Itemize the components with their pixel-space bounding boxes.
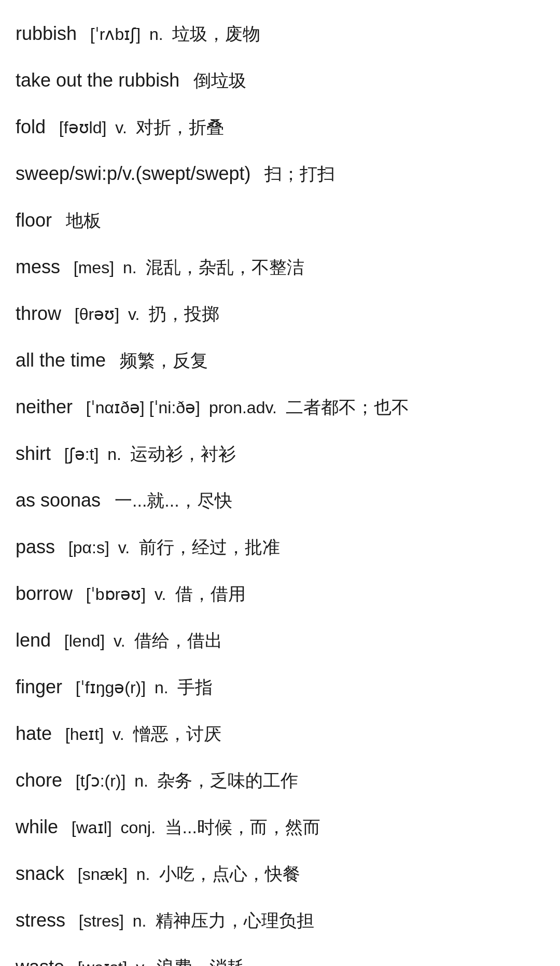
vocab-meaning: 当...时候，而，然而	[160, 814, 320, 841]
vocab-word: mess	[16, 253, 60, 281]
vocab-meaning: 频繁，反复	[110, 347, 208, 374]
vocab-item-take-out-the-rubbish: take out the rubbish 倒垃圾	[16, 57, 544, 104]
vocab-phonetic: [θrəʊ]	[65, 302, 119, 327]
vocabulary-list: rubbish [ˈrʌbɪʃ] n. 垃圾，废物take out the ru…	[16, 10, 544, 966]
vocab-pos: v.	[110, 115, 127, 140]
vocab-item-fold: fold [fəʊld] v. 对折，折叠	[16, 104, 544, 150]
vocab-word: sweep/swi:p/v.(swept/swept)	[16, 160, 250, 188]
vocab-word: all the time	[16, 346, 106, 374]
vocab-meaning: 二者都不；也不	[281, 394, 409, 421]
vocab-pos: n.	[145, 22, 163, 47]
vocab-item-floor: floor 地板	[16, 197, 544, 244]
vocab-word: while	[16, 813, 58, 841]
vocab-word: take out the rubbish	[16, 66, 179, 94]
vocab-pos: n.	[132, 862, 150, 887]
vocab-word: waste	[16, 953, 64, 966]
vocab-word: floor	[16, 206, 52, 234]
vocab-meaning: 手指	[173, 674, 213, 701]
vocab-word: shirt	[16, 440, 51, 468]
vocab-meaning: 借给，借出	[130, 627, 222, 654]
vocab-item-snack: snack [snæk] n. 小吃，点心，快餐	[16, 850, 544, 897]
vocab-pos: n.	[118, 255, 137, 280]
vocab-meaning: 倒垃圾	[184, 67, 246, 94]
vocab-pos: n.	[103, 442, 121, 467]
vocab-word: finger	[16, 673, 62, 701]
vocab-meaning: 一...就...，尽快	[105, 487, 232, 514]
vocab-word: stress	[16, 906, 65, 934]
vocab-meaning: 前行，经过，批准	[134, 534, 279, 561]
vocab-word: pass	[16, 533, 55, 561]
vocab-pos: v.	[109, 628, 125, 653]
vocab-phonetic: [pα:s]	[59, 535, 109, 560]
vocab-word: fold	[16, 113, 46, 141]
vocab-word: chore	[16, 766, 62, 794]
vocab-item-throw: throw [θrəʊ] v. 扔，投掷	[16, 290, 544, 337]
vocab-pos: n.	[128, 908, 147, 933]
vocab-item-borrow: borrow [ˈbɒrəʊ] v. 借，借用	[16, 570, 544, 617]
vocab-phonetic: [heɪt]	[56, 722, 104, 747]
vocab-word: throw	[16, 300, 61, 328]
vocab-meaning: 运动衫，衬衫	[125, 441, 236, 467]
vocab-phonetic: [tʃɔ:(r)]	[66, 768, 125, 793]
vocab-word: lend	[16, 626, 51, 654]
vocab-word: hate	[16, 720, 52, 748]
vocab-pos: pron.adv.	[204, 395, 277, 420]
vocab-pos: v.	[123, 302, 139, 327]
vocab-word: neither	[16, 393, 73, 421]
vocab-meaning: 扫；打扫	[255, 161, 335, 187]
vocab-pos: v.	[150, 582, 166, 607]
vocab-meaning: 精神压力，心理负担	[151, 907, 314, 934]
vocab-item-chore: chore [tʃɔ:(r)] n. 杂务，乏味的工作	[16, 757, 544, 804]
vocab-item-as-soon-as: as soonas 一...就...，尽快	[16, 477, 544, 524]
vocab-word: borrow	[16, 580, 73, 608]
vocab-phonetic: [stres]	[69, 908, 124, 933]
vocab-phonetic: [waɪl]	[62, 815, 112, 840]
vocab-phonetic: [weɪst]	[68, 955, 127, 966]
vocab-pos: n.	[150, 675, 169, 700]
vocab-phonetic: [ˈbɒrəʊ]	[77, 582, 146, 607]
vocab-item-rubbish: rubbish [ˈrʌbɪʃ] n. 垃圾，废物	[16, 10, 544, 57]
vocab-item-finger: finger [ˈfɪŋgə(r)] n. 手指	[16, 664, 544, 710]
vocab-item-hate: hate [heɪt] v. 憎恶，讨厌	[16, 710, 544, 757]
vocab-meaning: 浪费，消耗	[152, 954, 245, 966]
vocab-pos: v.	[114, 535, 130, 560]
vocab-item-waste: waste [weɪst] v. 浪费，消耗	[16, 944, 544, 966]
vocab-phonetic: [snæk]	[68, 862, 128, 887]
vocab-meaning: 憎恶，讨厌	[129, 721, 221, 747]
vocab-meaning: 混乱，杂乱，不整洁	[141, 254, 304, 281]
vocab-phonetic: [mes]	[64, 255, 114, 280]
vocab-item-pass: pass [pα:s] v. 前行，经过，批准	[16, 524, 544, 570]
vocab-phonetic: [ˈrʌbɪʃ]	[81, 22, 141, 47]
vocab-pos: v.	[108, 722, 124, 747]
vocab-pos: n.	[130, 768, 148, 793]
vocab-item-all-the-time: all the time 频繁，反复	[16, 337, 544, 384]
vocab-meaning: 对折，折叠	[131, 114, 224, 141]
vocab-word: snack	[16, 860, 64, 888]
vocab-meaning: 借，借用	[170, 581, 245, 607]
vocab-meaning: 扔，投掷	[144, 301, 219, 327]
vocab-item-shirt: shirt [ʃə:t] n. 运动衫，衬衫	[16, 430, 544, 477]
vocab-item-while: while [waɪl] conj. 当...时候，而，然而	[16, 804, 544, 850]
vocab-phonetic: [ʃə:t]	[55, 442, 99, 467]
vocab-meaning: 杂务，乏味的工作	[152, 767, 298, 794]
vocab-item-neither: neither [ˈnαɪðə] [ˈni:ðə] pron.adv. 二者都不…	[16, 384, 544, 430]
vocab-meaning: 地板	[56, 207, 101, 234]
vocab-meaning: 小吃，点心，快餐	[154, 861, 300, 887]
vocab-word: rubbish	[16, 20, 77, 48]
vocab-phonetic: [ˈnαɪðə] [ˈni:ðə]	[77, 395, 200, 420]
vocab-phonetic: [lend]	[55, 628, 105, 653]
vocab-item-lend: lend [lend] v. 借给，借出	[16, 617, 544, 664]
vocab-item-sweep: sweep/swi:p/v.(swept/swept) 扫；打扫	[16, 150, 544, 197]
vocab-item-mess: mess [mes] n. 混乱，杂乱，不整洁	[16, 244, 544, 290]
vocab-item-stress: stress [stres] n. 精神压力，心理负担	[16, 897, 544, 944]
vocab-word: as soonas	[16, 486, 101, 514]
vocab-meaning: 垃圾，废物	[167, 21, 260, 47]
vocab-phonetic: [ˈfɪŋgə(r)]	[66, 675, 146, 700]
vocab-pos: v.	[131, 955, 147, 966]
vocab-pos: conj.	[116, 815, 156, 840]
vocab-phonetic: [fəʊld]	[50, 115, 106, 140]
